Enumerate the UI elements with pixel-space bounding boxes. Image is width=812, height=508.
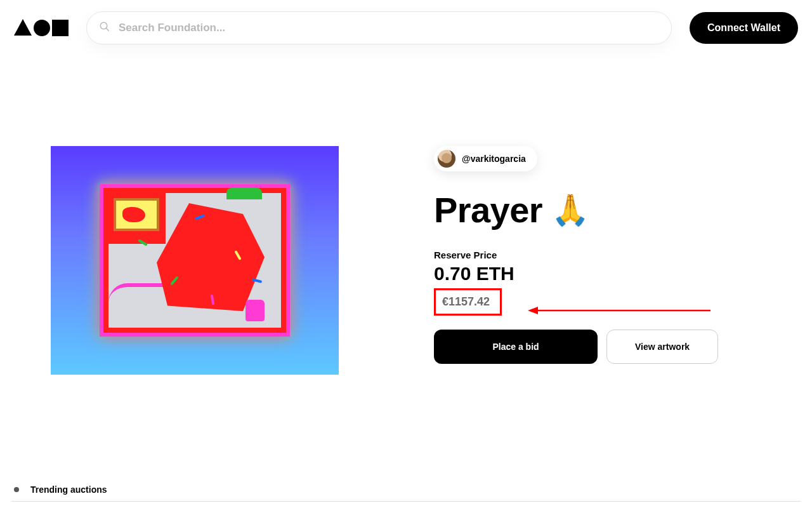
avatar — [438, 150, 455, 168]
header: Connect Wallet — [0, 0, 812, 44]
artwork-image[interactable] — [51, 146, 339, 375]
action-row: Place a bid View artwork — [434, 330, 761, 364]
reserve-price-label: Reserve Price — [434, 250, 761, 260]
search-icon — [99, 21, 110, 35]
annotation-highlight: €1157.42 — [434, 288, 502, 316]
search-wrap — [86, 11, 672, 44]
svg-marker-0 — [14, 19, 32, 36]
artwork-title: Prayer 🙏 — [434, 189, 761, 231]
svg-rect-2 — [52, 20, 69, 36]
artwork-illustration — [100, 184, 290, 337]
trending-label[interactable]: Trending auctions — [30, 485, 107, 495]
title-text: Prayer — [434, 189, 542, 231]
search-input[interactable] — [86, 11, 672, 44]
main: @varkitogarcia Prayer 🙏 Reserve Price 0.… — [0, 44, 812, 375]
svg-point-1 — [34, 20, 50, 36]
svg-line-4 — [106, 28, 109, 31]
pray-icon: 🙏 — [551, 192, 589, 228]
trending-section: Trending auctions — [11, 476, 801, 502]
bullet-icon — [14, 487, 19, 492]
logo[interactable] — [14, 19, 69, 37]
creator-handle: @varkitogarcia — [462, 154, 526, 164]
view-artwork-button[interactable]: View artwork — [606, 330, 718, 364]
price-eth: 0.70 ETH — [434, 263, 761, 284]
creator-chip[interactable]: @varkitogarcia — [434, 146, 537, 171]
connect-wallet-button[interactable]: Connect Wallet — [690, 12, 798, 44]
artwork-details: @varkitogarcia Prayer 🙏 Reserve Price 0.… — [434, 146, 761, 364]
place-bid-button[interactable]: Place a bid — [434, 330, 598, 364]
price-fiat: €1157.42 — [442, 295, 490, 309]
svg-point-3 — [100, 22, 107, 29]
